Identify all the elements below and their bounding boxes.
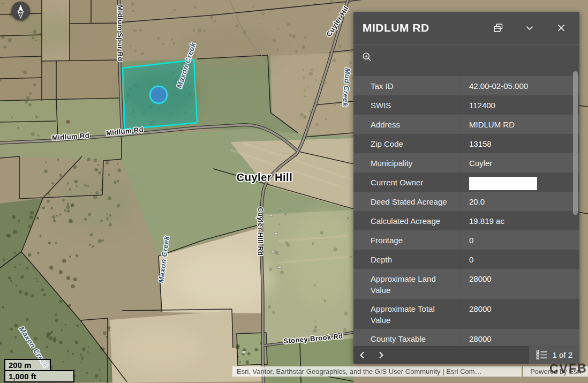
zoom-to-icon xyxy=(361,51,372,62)
field-label: Deed Stated Acreage xyxy=(353,192,461,207)
field-value: 28000 xyxy=(461,299,579,314)
popup-title: MIDLUM RD xyxy=(363,21,488,34)
chevron-down-icon xyxy=(524,22,535,33)
popup-header-actions xyxy=(488,18,571,37)
dock-window-icon xyxy=(493,22,504,34)
dock-button[interactable] xyxy=(488,18,508,37)
attribute-row: Depth0 xyxy=(353,250,579,269)
pagination-list-icon xyxy=(536,350,547,360)
chevron-left-icon xyxy=(358,350,367,360)
field-label: Current Owner xyxy=(353,172,461,188)
field-label: Approximate Total Value xyxy=(353,299,461,326)
field-value: 0 xyxy=(461,250,579,265)
north-arrow-icon xyxy=(11,2,30,20)
attribute-row: AddressMIDLUM RD xyxy=(353,115,579,134)
field-label: County Taxable xyxy=(353,329,461,344)
close-icon xyxy=(556,22,567,33)
field-value: 0 xyxy=(461,230,579,246)
pager-position: 1 of 2 xyxy=(552,350,572,359)
attribute-row: Frontage0 xyxy=(353,230,579,250)
attribute-row: Current Owner xyxy=(353,172,579,192)
attribute-table: Tax ID42.00-02-05.000SWIS112400AddressMI… xyxy=(353,69,579,346)
field-label: Frontage xyxy=(353,230,461,246)
field-value: 28000 xyxy=(461,329,579,344)
chevron-right-icon xyxy=(376,350,386,360)
scrollbar-thumb[interactable] xyxy=(573,71,578,215)
owner-redaction-box xyxy=(469,177,537,190)
popup-header: MIDLUM RD xyxy=(353,12,579,44)
attribute-row: Deed Stated Acreage20.0 xyxy=(353,192,579,211)
field-label: Municipality xyxy=(353,153,461,169)
zoom-to-button[interactable] xyxy=(357,47,376,66)
field-label: Address xyxy=(353,115,461,130)
attribute-row: Zip Code13158 xyxy=(353,134,579,153)
popup-action-bar xyxy=(353,44,579,69)
selected-feature-marker xyxy=(150,86,167,103)
field-value: 28000 xyxy=(461,269,579,284)
attribute-row: Calculated Acreage19.819 ac xyxy=(353,211,579,230)
scalebar-imperial: 1,000 ft xyxy=(4,370,74,382)
field-value xyxy=(461,172,579,190)
compass-button[interactable] xyxy=(11,2,30,20)
field-value: MIDLUM RD xyxy=(461,115,579,130)
field-value: Cuyler xyxy=(461,153,579,169)
field-value: 20.0 xyxy=(461,192,579,207)
field-label: Approximate Land Value xyxy=(353,269,461,296)
field-label: Tax ID xyxy=(353,76,461,92)
popup-body: Tax ID42.00-02-05.000SWIS112400AddressMI… xyxy=(353,69,579,346)
attribute-row: County Taxable28000 xyxy=(353,329,579,346)
field-value: 112400 xyxy=(461,95,579,111)
field-value: 13158 xyxy=(461,134,579,149)
field-label: Calculated Acreage xyxy=(353,211,461,227)
field-label: Zip Code xyxy=(353,134,461,149)
attribute-row: MunicipalityCuyler xyxy=(353,153,579,172)
prev-feature-button[interactable] xyxy=(353,346,372,364)
next-feature-button[interactable] xyxy=(372,346,390,364)
field-label: SWIS xyxy=(353,95,461,111)
popup-panel: MIDLUM RD xyxy=(353,12,579,363)
app-screen: Midlum Spur RdMaxon CreekCuyler HilMud C… xyxy=(0,0,588,383)
attribute-row: Tax ID42.00-02-05.000 xyxy=(353,76,579,95)
field-value: 42.00-02-05.000 xyxy=(461,76,579,92)
watermark-text: CVFB xyxy=(549,361,587,376)
field-label: Depth xyxy=(353,250,461,265)
map-attribution: Esri, Vantor, Earthstar Geographics, and… xyxy=(232,366,522,377)
attribute-row: Approximate Land Value28000 xyxy=(353,269,579,299)
attribute-row: SWIS112400 xyxy=(353,95,579,115)
close-button[interactable] xyxy=(552,18,571,37)
scalebar-metric: 200 m xyxy=(4,359,51,371)
popup-footer: 1 of 2 xyxy=(353,346,579,364)
collapse-button[interactable] xyxy=(520,18,539,37)
attribute-row: Approximate Total Value28000 xyxy=(353,299,579,329)
field-value: 19.819 ac xyxy=(461,211,579,227)
selected-parcel-highlight[interactable] xyxy=(123,60,197,129)
